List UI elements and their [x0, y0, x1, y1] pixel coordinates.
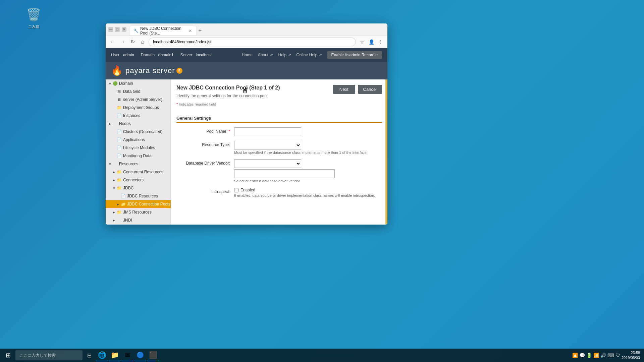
introspect-checkbox[interactable]	[234, 188, 238, 192]
taskbar-app-explorer[interactable]: 📁	[109, 349, 121, 361]
reload-button[interactable]: ↻	[128, 38, 137, 46]
jdbc-label: JDBC	[123, 186, 133, 190]
task-view-button[interactable]: ⊟	[83, 349, 95, 361]
sidebar-item-instances[interactable]: 📄 Instances	[106, 112, 171, 120]
tab-bar: 🔧 New JDBC Connection Pool (Ste... ✕ +	[129, 23, 385, 35]
resource-type-select[interactable]	[234, 141, 301, 149]
sidebar-item-resources[interactable]: ▼ Resources	[106, 160, 171, 168]
jdbc-resources-icon: 📄	[120, 193, 126, 199]
taskbar-app-edge[interactable]: 🌐	[96, 349, 108, 361]
maximize-button[interactable]: □	[115, 27, 120, 32]
taskbar-app-chrome[interactable]: 🔵	[134, 349, 146, 361]
tab-close-button[interactable]: ✕	[189, 28, 192, 33]
data-grid-icon: ⊞	[116, 89, 122, 94]
domain-field: Domain: domain1	[141, 53, 174, 57]
monitoring-data-label: Monitoring Data	[123, 154, 152, 158]
home-link[interactable]: Home	[242, 53, 253, 57]
database-driver-vendor-input[interactable]	[234, 169, 335, 178]
start-button[interactable]: ⊞	[1, 349, 15, 361]
new-tab-button[interactable]: +	[196, 26, 204, 35]
sidebar: ▼ 🟢 Domain ⊞ Data Grid 🖥 server	[106, 79, 171, 225]
taskbar-app-terminal[interactable]: ⬛	[147, 349, 159, 361]
enable-recorder-button[interactable]: Enable Asadmin Recorder	[327, 51, 382, 59]
introspect-checkbox-label[interactable]: Enabled	[240, 188, 255, 192]
active-tab[interactable]: 🔧 New JDBC Connection Pool (Ste... ✕	[129, 26, 196, 35]
systray-up-icon[interactable]: 🔼	[572, 353, 578, 358]
sidebar-item-applications[interactable]: 📄 Applications	[106, 136, 171, 144]
page-title: New JDBC Connection Pool (Step 1 of 2)	[176, 85, 280, 91]
systray-volume-icon[interactable]: 🔊	[600, 353, 606, 358]
concurrent-resources-icon: 📁	[116, 169, 122, 175]
sidebar-item-data-grid[interactable]: ⊞ Data Grid	[106, 87, 171, 96]
sidebar-item-connectors[interactable]: ► 📁 Connectors	[106, 176, 171, 184]
user-value: admin	[123, 53, 134, 57]
sidebar-item-admin-server[interactable]: 🖥 server (Admin Server)	[106, 96, 171, 104]
pool-name-field	[234, 127, 382, 136]
section-title: General Settings	[176, 116, 382, 123]
bookmark-icon[interactable]: ☆	[358, 38, 366, 46]
sidebar-inner: ▼ 🟢 Domain ⊞ Data Grid 🖥 server	[106, 79, 171, 225]
sidebar-item-deployment-groups[interactable]: 📁 Deployment Groups	[106, 104, 171, 112]
user-info: User: admin Domain: domain1 Server: loca…	[111, 53, 212, 57]
resources-label: Resources	[119, 162, 138, 166]
pool-name-input[interactable]	[234, 127, 301, 136]
domain-label: Domain	[119, 81, 133, 86]
help-link[interactable]: Help ↗	[278, 53, 291, 57]
domain-icon: 🟢	[112, 81, 118, 86]
app-header: User: admin Domain: domain1 Server: loca…	[106, 48, 387, 62]
home-button[interactable]: ⌂	[139, 38, 147, 46]
minimize-button[interactable]: —	[108, 27, 113, 32]
sidebar-item-jms-resources[interactable]: ► 📁 JMS Resources	[106, 208, 171, 216]
systray-network-icon[interactable]: 📶	[593, 353, 599, 358]
nav-links: Home About ↗ Help ↗ Online Help ↗ Enable…	[242, 51, 382, 59]
domain-value: domain1	[158, 53, 174, 57]
sidebar-item-javamail-sessions[interactable]: 📄 JavaMail Sessions	[106, 224, 171, 225]
resource-type-label: Resource Type:	[176, 141, 230, 147]
about-link[interactable]: About ↗	[258, 53, 273, 57]
sidebar-item-jndi[interactable]: ► JNDI	[106, 216, 171, 224]
sidebar-item-clusters[interactable]: 📄 Clusters (Deprecated)	[106, 128, 171, 136]
forward-button[interactable]: →	[118, 38, 126, 46]
online-help-link[interactable]: Online Help ↗	[297, 53, 322, 57]
systray-security-icon[interactable]: 🛡	[615, 353, 620, 358]
systray-battery-icon[interactable]: 🔋	[586, 353, 592, 358]
sidebar-item-concurrent-resources[interactable]: ► 📁 Concurrent Resources	[106, 168, 171, 176]
sidebar-item-lifecycle-modules[interactable]: 📄 Lifecycle Modules	[106, 144, 171, 152]
taskbar: ⊞ ⊟ 🌐 📁 ✉ 🔵 ⬛ 🔼 💬 🔋 📶 🔊 ⌨ 🛡 23:59 2019/0…	[0, 349, 644, 362]
main-layout: ▼ 🟢 Domain ⊞ Data Grid 🖥 server	[106, 79, 387, 225]
sidebar-item-jdbc-connection-pools[interactable]: ► 📁 JDBC Connection Pools	[106, 200, 171, 208]
taskbar-clock[interactable]: 23:59 2019/06/03	[622, 350, 640, 361]
clusters-label: Clusters (Deprecated)	[123, 129, 162, 134]
systray-message-icon[interactable]: 💬	[579, 353, 585, 358]
sidebar-item-jdbc-resources[interactable]: 📄 JDBC Resources	[106, 192, 171, 200]
nodes-label: Nodes	[119, 121, 131, 126]
sidebar-item-nodes[interactable]: ► Nodes	[106, 120, 171, 128]
systray-keyboard-icon[interactable]: ⌨	[607, 353, 614, 358]
cancel-button[interactable]: Cancel	[358, 85, 382, 94]
desktop: 🗑️ ごみ箱 — □ ✕ 🔧 New JDBC Connection Pool …	[0, 0, 644, 362]
introspect-label: Introspect:	[176, 188, 230, 194]
pool-name-label: Pool Name: *	[176, 127, 230, 134]
close-button[interactable]: ✕	[122, 27, 126, 32]
jdbc-resources-label: JDBC Resources	[127, 194, 158, 198]
sidebar-item-monitoring-data[interactable]: 📄 Monitoring Data	[106, 152, 171, 160]
instances-icon: 📄	[116, 113, 122, 118]
sidebar-item-domain[interactable]: ▼ 🟢 Domain	[106, 79, 171, 87]
taskbar-search-input[interactable]	[15, 350, 83, 360]
database-driver-vendor-select[interactable]	[234, 159, 301, 168]
next-button[interactable]: Next	[333, 85, 355, 94]
taskbar-app-mail[interactable]: ✉	[121, 349, 133, 361]
sidebar-item-jdbc[interactable]: ▼ 📁 JDBC	[106, 184, 171, 192]
profile-icon[interactable]: 👤	[367, 38, 375, 46]
recycle-bin-icon[interactable]: 🗑️ ごみ箱	[20, 7, 47, 29]
user-field: User: admin	[111, 53, 134, 57]
back-button[interactable]: ←	[108, 38, 116, 46]
introspect-field: Enabled If enabled, data source or drive…	[234, 188, 382, 197]
taskbar-right: 🔼 💬 🔋 📶 🔊 ⌨ 🛡 23:59 2019/06/03	[572, 350, 643, 361]
nodes-icon	[112, 121, 118, 126]
jndi-label: JNDI	[123, 218, 132, 223]
introspect-checkbox-row: Enabled	[234, 188, 382, 192]
menu-icon[interactable]: ⋮	[377, 38, 385, 46]
address-input[interactable]	[149, 38, 356, 46]
address-icons: ☆ 👤 ⋮	[358, 38, 385, 46]
